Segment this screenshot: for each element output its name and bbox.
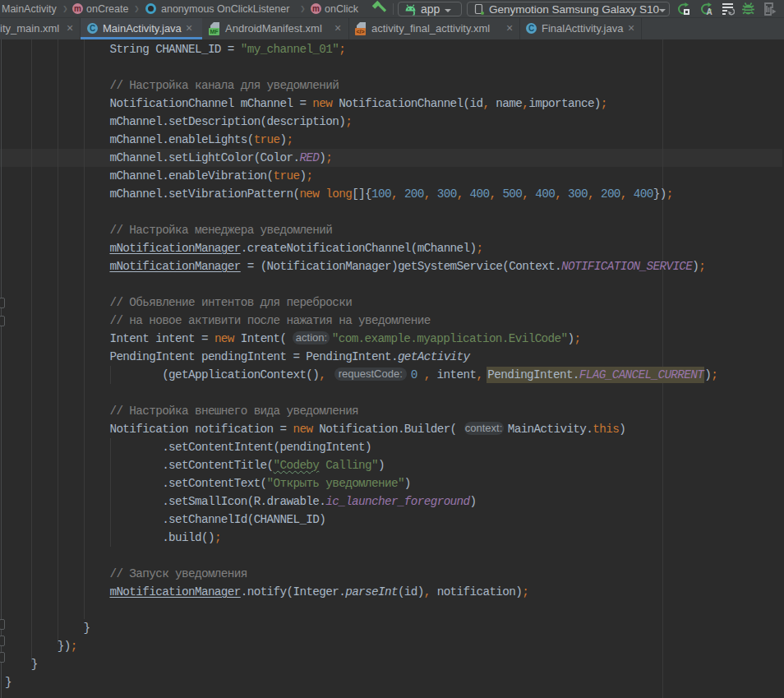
svg-text:A: A — [706, 7, 712, 16]
